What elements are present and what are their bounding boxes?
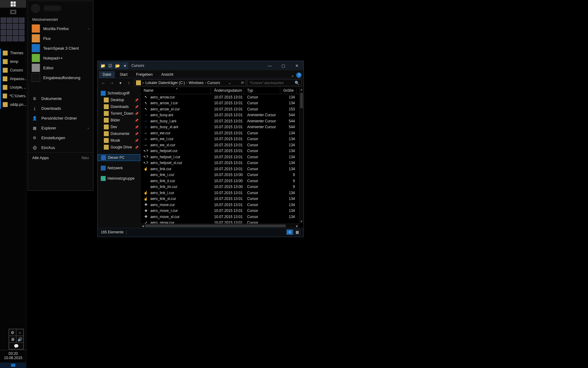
file-row[interactable]: ○aero_busy_xl.ani10.07.2015 13:01Animier… (141, 124, 299, 130)
scroll-thumb[interactable] (300, 93, 303, 108)
file-row[interactable]: aero_link_im.cur10.07.2015 13:00Cursor9 (141, 184, 299, 190)
systray-network-icon[interactable]: 🖥 (9, 336, 16, 343)
file-row[interactable]: ○aero_busy.ani10.07.2015 13:01Animierter… (141, 112, 299, 118)
file-row[interactable]: ✥aero_move_l.cur10.07.2015 13:01Cursor13… (141, 208, 299, 214)
start-app-item[interactable]: Flux (28, 33, 93, 43)
tray-icon[interactable] (19, 17, 24, 23)
tray-icon[interactable] (13, 36, 18, 41)
start-app-item[interactable]: Mozilla Firefox› (28, 24, 93, 33)
search-input[interactable] (249, 81, 295, 85)
tray-icon[interactable] (7, 30, 12, 35)
help-icon[interactable]: ? (296, 72, 302, 78)
refresh-icon[interactable]: ⟳ (239, 81, 246, 85)
ribbon-tab[interactable]: Freigeben (132, 71, 156, 78)
tray-icon[interactable] (13, 30, 18, 35)
scroll-right-icon[interactable]: ▶ (295, 224, 299, 228)
qat-folder-icon[interactable]: 📁 (100, 62, 106, 69)
file-row[interactable]: ↖aero_arrow_xl.cur10.07.2015 13:01Cursor… (141, 106, 299, 112)
col-name[interactable]: Name (141, 87, 211, 94)
start-app-item[interactable]: TeamSpeak 3 Client (28, 43, 93, 53)
tray-icon[interactable] (1, 24, 6, 29)
minimize-button[interactable]: — (263, 61, 277, 70)
all-apps-button[interactable]: Alle Apps (32, 155, 49, 160)
titlebar[interactable]: 📁 ☑ 📂 ▾ Cursors — ▢ ✕ (98, 61, 303, 70)
nav-item[interactable]: Musik📌 (98, 137, 140, 144)
nav-forward-button[interactable]: → (108, 79, 115, 86)
tray-icon[interactable] (7, 17, 12, 23)
nav-up-button[interactable]: ↑ (125, 79, 133, 86)
nav-homegroup[interactable]: Heimnetzgruppe (98, 175, 140, 182)
file-row[interactable]: ↖aero_arrow_l.cur10.07.2015 13:01Cursor1… (141, 100, 299, 106)
horizontal-scrollbar[interactable]: ◀ ▶ (141, 224, 299, 228)
nav-item[interactable]: Bilder📌 (98, 117, 140, 124)
nav-item[interactable]: Google Drive📌 (98, 144, 140, 151)
file-row[interactable]: aero_link_i.cur10.07.2015 13:00Cursor9 (141, 172, 299, 178)
nav-item[interactable]: Dev📌 (98, 124, 140, 130)
start-user-tile[interactable] (28, 1, 93, 16)
start-sys-item[interactable]: ▦Explorer› (28, 123, 93, 133)
systray-action-center-icon[interactable]: 💬 (9, 343, 24, 349)
start-sys-item[interactable]: ⭳Downloads (28, 103, 93, 113)
scroll-up-icon[interactable]: ▲ (300, 87, 303, 92)
pinned-item[interactable]: Cursors (0, 66, 26, 75)
taskview-button[interactable] (0, 8, 26, 16)
nav-network[interactable]: Netzwerk (98, 165, 140, 171)
ribbon-expand-icon[interactable]: ⌄ (291, 73, 294, 78)
tray-icon[interactable] (7, 24, 12, 29)
systray-settings-icon[interactable]: ⚙ (9, 329, 16, 336)
pinned-item[interactable]: *C:\Users... (0, 92, 26, 100)
file-row[interactable]: ↔aero_ew_l.cur10.07.2015 13:01Cursor134 (141, 136, 299, 142)
nav-thispc[interactable]: Dieser PC (98, 154, 140, 161)
file-row[interactable]: ↔aero_ew.cur10.07.2015 13:01Cursor134 (141, 130, 299, 136)
crumb[interactable]: Windows (189, 81, 204, 85)
start-button[interactable] (0, 0, 26, 8)
qat-properties-icon[interactable]: ☑ (107, 62, 114, 69)
start-sys-item[interactable]: ⏻Ein/Aus (28, 143, 93, 152)
pinned-item[interactable]: Anpassu... (0, 75, 26, 83)
col-date[interactable]: Änderungsdatum (211, 87, 244, 94)
vertical-scrollbar[interactable]: ▲ ▼ (299, 87, 303, 224)
file-row[interactable]: ☝aero_link.cur10.07.2015 13:01Cursor134 (141, 166, 299, 172)
file-row[interactable]: ↖?aero_helpsel.cur10.07.2015 13:01Cursor… (141, 148, 299, 154)
start-sys-item[interactable]: 👤Persönlicher Ordner (28, 113, 93, 123)
file-row[interactable]: ⤢aero_nesw.cur10.07.2015 13:01Cursor (141, 220, 299, 224)
maximize-button[interactable]: ▢ (277, 61, 290, 70)
systray-expand-icon[interactable]: › (16, 329, 24, 336)
search-box[interactable]: 🔍 (247, 79, 302, 86)
nav-quickaccess[interactable]: Schnellzugriff (98, 90, 140, 97)
file-row[interactable]: ↖?aero_helpsel_xl.cur10.07.2015 13:01Cur… (141, 160, 299, 166)
file-row[interactable]: ○aero_busy_l.ani10.07.2015 13:01Animiert… (141, 118, 299, 124)
file-row[interactable]: ↖?aero_helpsel_l.cur10.07.2015 13:01Curs… (141, 154, 299, 160)
hscroll-thumb[interactable] (145, 224, 286, 227)
search-icon[interactable]: 🔍 (295, 81, 300, 85)
ribbon-tab[interactable]: Ansicht (157, 71, 177, 78)
start-app-item[interactable]: Notepad++ (28, 53, 93, 63)
crumb[interactable]: Lokaler Datenträger (C:) (145, 81, 185, 85)
ribbon-tab[interactable]: Datei (99, 71, 115, 78)
file-row[interactable]: ✥aero_move_xl.cur10.07.2015 13:01Cursor1… (141, 214, 299, 220)
ribbon-tab[interactable]: Start (116, 71, 131, 78)
tray-icon[interactable] (7, 36, 12, 41)
nav-item[interactable]: Desktop📌 (98, 97, 140, 103)
start-app-item[interactable]: Eingabeaufforderung (28, 73, 93, 82)
qat-newfolder-icon[interactable]: 📂 (114, 62, 121, 69)
systray-volume-icon[interactable]: 🔊 (16, 336, 24, 343)
file-row[interactable]: aero_link_il.cur10.07.2015 13:00Cursor9 (141, 178, 299, 184)
nav-item[interactable]: Torrent_Down📌 (98, 110, 140, 117)
breadcrumb[interactable]: « Lokaler Datenträger (C:)› Windows› Cur… (134, 79, 246, 86)
file-row[interactable]: ↔aero_ew_xl.cur10.07.2015 13:01Cursor134 (141, 142, 299, 148)
pinned-item[interactable]: temp (0, 57, 26, 66)
tray-icon[interactable] (13, 17, 18, 23)
view-details-button[interactable]: ≡ (286, 229, 293, 235)
file-row[interactable]: ✥aero_move.cur10.07.2015 13:01Cursor134 (141, 202, 299, 208)
file-row[interactable]: ☝aero_link_xl.cur10.07.2015 13:01Cursor1… (141, 196, 299, 202)
nav-back-button[interactable]: ← (100, 79, 107, 86)
scroll-down-icon[interactable]: ▼ (300, 219, 303, 224)
view-icons-button[interactable]: ▦ (294, 229, 300, 235)
crumb-dropdown-icon[interactable]: ⌄ (227, 81, 233, 85)
pinned-item[interactable]: uddp.pn... (0, 100, 26, 109)
pinned-item[interactable]: Uxstyle, ... (0, 83, 26, 92)
nav-item[interactable]: Dokumente📌 (98, 130, 140, 137)
tray-icon[interactable] (19, 24, 24, 29)
scroll-left-icon[interactable]: ◀ (141, 224, 145, 228)
